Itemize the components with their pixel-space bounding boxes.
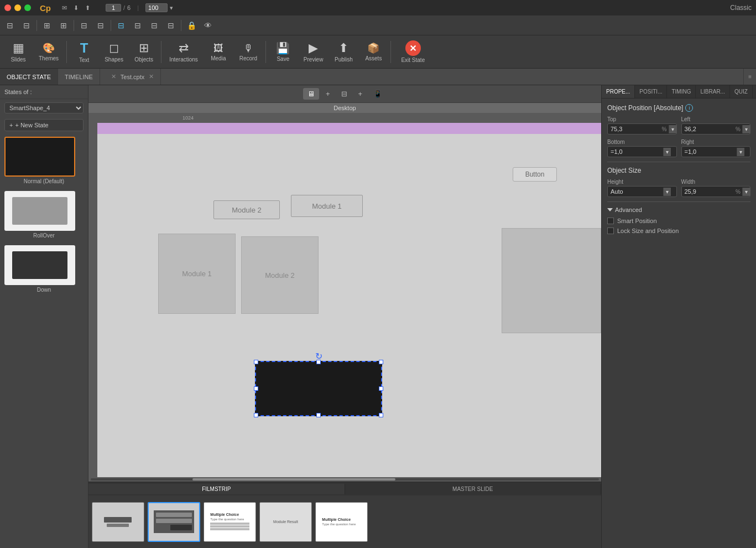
tablet-button[interactable]: ⊟ [337, 88, 352, 100]
close-button[interactable] [4, 4, 11, 11]
upload-icon[interactable]: ⬆ [85, 4, 90, 12]
module1-top[interactable]: Module 1 [291, 195, 363, 217]
rp-tab-timing[interactable]: TIMING [667, 85, 696, 98]
module1-block[interactable]: Module 1 [158, 234, 236, 314]
close-file-icon[interactable]: ✕ [111, 73, 116, 80]
bottom-input[interactable]: =1,0 [608, 147, 663, 157]
merge-icon[interactable]: ⊟ [76, 18, 92, 33]
shapes-button[interactable]: ◻ Shapes [100, 39, 128, 65]
lock-size-checkbox[interactable] [607, 228, 614, 234]
distribute-h-icon[interactable]: ⊞ [39, 18, 55, 33]
phone-button[interactable]: 📱 [369, 88, 387, 100]
desktop-button[interactable]: 🖥 [303, 88, 319, 100]
lock-icon[interactable]: 🔒 [184, 18, 199, 33]
group-icon[interactable]: ⊟ [93, 18, 108, 33]
slide-canvas[interactable]: Button Module 2 Module 1 Module 1 [97, 123, 601, 477]
horizontal-scrollbar[interactable] [88, 477, 601, 482]
add-device2-button[interactable]: + [354, 88, 367, 100]
filmstrip-tab[interactable]: FILMSTRIP [88, 484, 345, 494]
tab-file[interactable]: ✕ Test.cptx ✕ [105, 69, 161, 85]
rp-tab-properties[interactable]: PROPE... [602, 85, 635, 98]
save-button[interactable]: 💾 Save [269, 39, 297, 64]
page-number-input[interactable]: 1 [106, 4, 121, 12]
themes-button[interactable]: 🎨 Themes [34, 40, 63, 64]
handle-bl[interactable] [254, 413, 258, 417]
handle-ml[interactable] [254, 386, 258, 391]
envelope-icon[interactable]: ✉ [62, 4, 67, 12]
selected-object[interactable] [255, 361, 382, 416]
record-button[interactable]: 🎙 Record [234, 40, 262, 64]
filmstrip-slide-5[interactable]: Multiple Choice Type the question here [315, 502, 368, 542]
assets-button[interactable]: 📦 Assets [359, 40, 387, 64]
handle-tr[interactable] [379, 360, 383, 364]
state-normal-thumb[interactable] [4, 137, 75, 177]
rp-tab-project[interactable]: PROJE... [753, 85, 756, 98]
button-element[interactable]: Button [513, 167, 557, 182]
handle-mr[interactable] [379, 386, 383, 391]
right-input[interactable]: =1,0 [682, 147, 737, 157]
send-back-icon[interactable]: ⊟ [130, 18, 145, 33]
arrange-icon[interactable]: ⊟ [113, 18, 129, 33]
state-down-item[interactable]: Down [0, 242, 88, 296]
left-input[interactable]: 36,2 [682, 124, 734, 134]
new-state-button[interactable]: + + New State [4, 119, 84, 131]
tab-object-state[interactable]: OBJECT STATE [0, 69, 58, 85]
zoom-dropdown-icon[interactable]: ▾ [170, 4, 173, 12]
state-down-thumb[interactable] [4, 245, 75, 285]
width-input[interactable]: 25,9 [682, 187, 734, 197]
handle-tl[interactable] [254, 360, 258, 364]
rp-tab-library[interactable]: LIBRAR... [696, 85, 729, 98]
top-dropdown-btn[interactable]: ▾ [669, 125, 676, 133]
align-center-icon[interactable]: ⊟ [19, 18, 34, 33]
canvas-scroll[interactable]: 1024 Button Module 2 [88, 113, 601, 477]
publish-button[interactable]: ⬆ Publish [330, 39, 357, 65]
zoom-input[interactable]: 100 [145, 3, 168, 12]
filmstrip-slide-4[interactable]: Module Result [259, 502, 312, 542]
maximize-button[interactable] [24, 4, 31, 11]
interactions-button[interactable]: ⇄ Interactions [165, 39, 202, 65]
left-dropdown-btn[interactable]: ▾ [742, 125, 750, 133]
rp-tab-quiz[interactable]: QUIZ [730, 85, 753, 98]
handle-br[interactable] [379, 413, 383, 417]
hide-icon[interactable]: 👁 [200, 18, 216, 33]
state-normal-item[interactable]: Normal (Default) [0, 133, 88, 188]
width-dropdown-btn[interactable]: ▾ [742, 188, 750, 196]
layer-icon[interactable]: ⊟ [163, 18, 179, 33]
info-icon[interactable]: i [685, 104, 693, 112]
top-input[interactable]: 75,3 [608, 124, 660, 134]
handle-bm[interactable] [316, 413, 321, 417]
master-slide-tab[interactable]: MASTER SLIDE [345, 484, 602, 494]
objects-button[interactable]: ⊞ Objects [130, 39, 158, 65]
media-button[interactable]: 🖼 Media [205, 40, 232, 64]
scrollbar-thumb[interactable] [192, 478, 396, 480]
filmstrip-slide-3[interactable]: Multiple Choice Type the question here [204, 502, 256, 542]
exit-state-button[interactable]: ✕ Exit State [394, 38, 431, 65]
slides-button[interactable]: ▦ Slides [4, 39, 32, 65]
text-button[interactable]: T Text [70, 38, 98, 65]
add-device-button[interactable]: + [321, 88, 335, 100]
download-icon[interactable]: ⬇ [74, 4, 79, 12]
filmstrip-slide-2[interactable] [148, 502, 200, 542]
right-block[interactable] [502, 228, 601, 333]
close-icon[interactable]: ✕ [149, 73, 154, 80]
distribute-v-icon[interactable]: ⊞ [56, 18, 71, 33]
smartshape-dropdown[interactable]: SmartShape_4 [4, 102, 84, 113]
tab-timeline[interactable]: TIMELINE [58, 69, 100, 85]
bottom-dropdown-btn[interactable]: ▾ [663, 148, 671, 156]
filmstrip-scroll[interactable]: Multiple Choice Type the question here [88, 495, 601, 548]
state-rollover-thumb[interactable] [4, 191, 75, 231]
align-left-icon[interactable]: ⊟ [2, 18, 18, 33]
module2-top[interactable]: Module 2 [213, 200, 280, 219]
filmstrip-slide-1[interactable] [92, 502, 144, 542]
height-dropdown-btn[interactable]: ▾ [663, 188, 671, 196]
minimize-button[interactable] [14, 4, 21, 11]
height-input[interactable]: Auto [608, 187, 663, 197]
panel-list-icon[interactable]: ≡ [743, 69, 756, 85]
smart-position-checkbox[interactable] [607, 218, 614, 224]
module2-block[interactable]: Module 2 [241, 236, 319, 314]
rp-tab-position[interactable]: POSITI... [635, 85, 667, 98]
right-dropdown-btn[interactable]: ▾ [737, 148, 744, 156]
rotate-handle[interactable]: ↻ [315, 351, 322, 361]
bring-front-icon[interactable]: ⊟ [147, 18, 162, 33]
preview-button[interactable]: ▶ Preview [299, 39, 328, 65]
